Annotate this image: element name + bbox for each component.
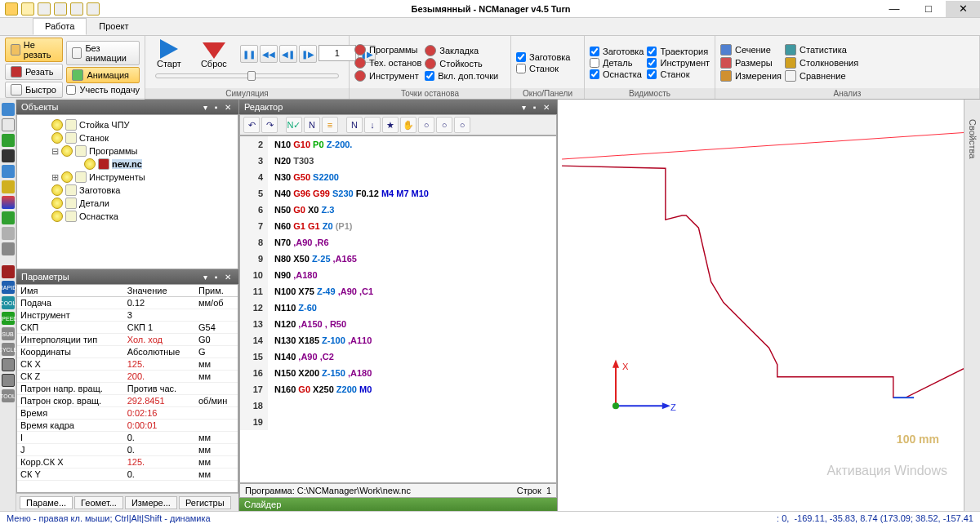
qat-btn[interactable] <box>38 2 51 16</box>
param-row[interactable]: Время кадра0:00:01 <box>17 420 238 432</box>
minimize-button[interactable]: — <box>877 1 911 17</box>
tool-bar-icon[interactable]: TOOL <box>2 389 15 402</box>
brk-durab[interactable]: Стойкость <box>425 58 498 69</box>
code-line[interactable]: 11N100 X75 Z-49 ,A90 ,C1 <box>240 283 556 300</box>
win-machine-checkbox[interactable]: Станок <box>516 64 570 73</box>
code-line[interactable]: 14N130 X185 Z-100 ,A110 <box>240 332 556 349</box>
param-row[interactable]: J0.мм <box>17 444 238 456</box>
ed-bookmark-icon[interactable]: ★ <box>382 117 399 133</box>
maximize-button[interactable]: □ <box>911 1 946 17</box>
tab-project[interactable]: Проект <box>87 18 140 35</box>
param-row[interactable]: I0.мм <box>17 432 238 444</box>
btab-measure[interactable]: Измере... <box>125 496 177 509</box>
right-sidebar[interactable]: Свойства <box>964 100 980 511</box>
param-row[interactable]: Патрон скор. вращ.292.8451об/мин <box>17 395 238 407</box>
mark-red-icon[interactable] <box>2 265 15 278</box>
objects-panel-header[interactable]: Объекты▾ ▪ ✕ <box>16 100 238 114</box>
ed-check-icon[interactable]: N✓ <box>286 117 302 133</box>
ana-dim[interactable]: Размеры <box>720 57 782 69</box>
code-line[interactable]: 16N150 X200 Z-150 ,A180 <box>240 365 556 381</box>
mode-anim-button[interactable]: Анимация <box>66 67 140 83</box>
ed-bp-icon[interactable]: ○ <box>418 117 434 133</box>
step-fwd-button[interactable]: ❚▶ <box>299 45 317 63</box>
param-row[interactable]: СКПСКП 1G54 <box>17 322 238 334</box>
reset-button[interactable]: Сброс <box>194 38 234 70</box>
rapid-icon[interactable]: RAPID <box>2 281 15 294</box>
fit-icon[interactable] <box>2 165 15 178</box>
param-row[interactable]: Патрон напр. вращ.Против час. <box>17 383 238 395</box>
brk-extra-checkbox[interactable]: Вкл. доп.точки <box>425 71 498 81</box>
param-row[interactable]: Подача0.12мм/об <box>17 297 238 309</box>
tree-programs[interactable]: ⊟ Программы <box>19 144 236 158</box>
brk-tool[interactable]: Инструмент <box>354 70 421 82</box>
pan-icon[interactable] <box>2 149 15 162</box>
param-row[interactable]: Инструмент3 <box>17 309 238 322</box>
search-icon[interactable] <box>2 118 15 131</box>
pause-button[interactable]: ❚❚ <box>240 45 258 63</box>
feed-checkbox[interactable]: Учесть подачу <box>66 85 140 95</box>
ed-undo-icon[interactable]: ↶ <box>243 117 260 133</box>
ana-section[interactable]: Сечение <box>720 44 782 56</box>
speed-slider-thumb[interactable] <box>247 71 256 81</box>
vis-mach-checkbox[interactable]: Станок <box>647 69 710 79</box>
objects-tree[interactable]: Стойка ЧПУ Станок⊟ Программы new.nc⊞ Инс… <box>16 114 238 269</box>
brk-techstop[interactable]: Тех. останов <box>354 57 421 69</box>
code-line[interactable]: 3N20 T303 <box>240 153 556 169</box>
code-line[interactable]: 5N40 G96 G99 S230 F0.12 M4 M7 M10 <box>240 185 556 202</box>
ed-renum-icon[interactable]: N <box>304 117 320 133</box>
slider-bar[interactable]: Слайдер <box>239 498 557 511</box>
nav-icon[interactable] <box>2 103 15 116</box>
tree-tools[interactable]: ⊞ Инструменты <box>19 171 236 184</box>
param-row[interactable]: КоординатыАбсолютныеG <box>17 346 238 358</box>
ed-bp2-icon[interactable]: ○ <box>436 117 452 133</box>
params-panel-header[interactable]: Параметры▾ ▪ ✕ <box>16 269 238 284</box>
qat-btn[interactable] <box>54 2 67 16</box>
btab-geom[interactable]: Геомет... <box>74 496 123 509</box>
ana-mea[interactable]: Измерения <box>720 70 782 82</box>
tree-stock[interactable]: Заготовка <box>19 184 236 197</box>
qat-btn[interactable] <box>87 2 100 16</box>
sub-icon[interactable]: SUB <box>2 327 15 340</box>
param-row[interactable]: СК Y0.мм <box>17 468 238 481</box>
code-line[interactable]: 9N80 X50 Z-25 ,A165 <box>240 251 556 267</box>
code-line[interactable]: 18 <box>240 397 556 414</box>
step-back-button[interactable]: ◀❚ <box>279 45 297 63</box>
grid-icon[interactable] <box>2 227 15 240</box>
mode-noanim-button[interactable]: Без анимации <box>66 41 140 65</box>
param-row[interactable]: СК X125.мм <box>17 358 238 371</box>
param-row[interactable]: Время0:02:16 <box>17 407 238 420</box>
ed-redo-icon[interactable]: ↷ <box>261 117 278 133</box>
open-icon[interactable] <box>21 2 34 16</box>
mode-fast-button[interactable]: Быстро <box>5 82 63 98</box>
code-editor[interactable]: 2N10 G10 P0 Z-200.3N20 T3034N30 G50 S220… <box>239 135 557 483</box>
ed-goto-icon[interactable]: ↓ <box>364 117 381 133</box>
code-line[interactable]: 2N10 G10 P0 Z-200. <box>240 136 556 153</box>
vis-path-checkbox[interactable]: Траектория <box>647 47 710 56</box>
brk-bookmark[interactable]: Закладка <box>425 45 498 56</box>
zoom-in-icon[interactable] <box>2 134 15 147</box>
rotate-icon[interactable] <box>2 180 15 193</box>
code-line[interactable]: 12N110 Z-60 <box>240 300 556 316</box>
btab-reg[interactable]: Регистры <box>179 496 231 509</box>
brk-programs[interactable]: Программы <box>354 44 421 56</box>
app-icon[interactable] <box>5 2 18 16</box>
qat-btn[interactable] <box>70 2 83 16</box>
layers-icon[interactable] <box>2 242 15 255</box>
close-button[interactable]: ✕ <box>946 1 980 17</box>
code-line[interactable]: 4N30 G50 S2200 <box>240 169 556 185</box>
speed-icon[interactable]: SPEED <box>2 312 15 325</box>
look-icon[interactable] <box>2 196 15 209</box>
ana-stat[interactable]: Статистика <box>785 44 858 56</box>
start-button[interactable]: Старт <box>150 38 188 70</box>
vis-tool-checkbox[interactable]: Инструмент <box>647 58 710 68</box>
btab-params[interactable]: Параме... <box>20 496 73 509</box>
editor-panel-header[interactable]: Редактор▾ ▪ ✕ <box>239 100 557 114</box>
code-line[interactable]: 19 <box>240 414 556 430</box>
ed-lines-icon[interactable]: ≡ <box>322 117 338 133</box>
tab-work[interactable]: Работа <box>33 18 87 35</box>
tree-cnc[interactable]: Стойка ЧПУ <box>19 118 236 131</box>
tree-parts[interactable]: Детали <box>19 197 236 210</box>
viewport-3d[interactable]: X Z 100 mm Активация Windows <box>557 100 964 511</box>
param-row[interactable]: СК Z200.мм <box>17 371 238 383</box>
props-tab[interactable]: Свойства <box>968 119 978 158</box>
